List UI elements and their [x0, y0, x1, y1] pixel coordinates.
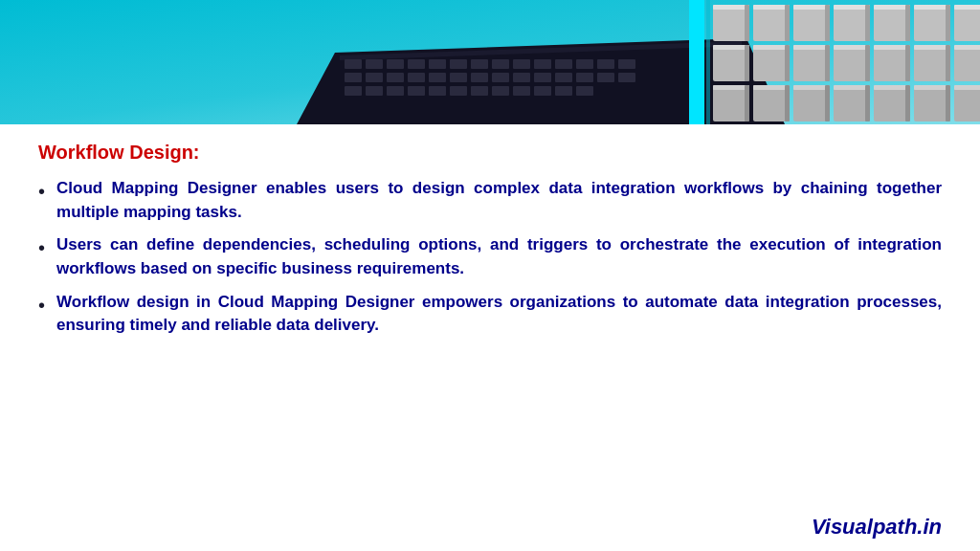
- svg-rect-36: [450, 86, 467, 96]
- svg-rect-74: [834, 45, 870, 81]
- main-content: Workflow Design: • Cloud Mapping Designe…: [0, 124, 980, 551]
- list-item: • Users can define dependencies, schedul…: [38, 233, 942, 280]
- svg-rect-7: [429, 59, 446, 69]
- list-item: • Cloud Mapping Designer enables users t…: [38, 177, 942, 224]
- svg-rect-15: [597, 59, 614, 69]
- svg-rect-91: [793, 85, 830, 121]
- svg-rect-55: [834, 5, 870, 10]
- svg-rect-85: [713, 85, 749, 121]
- svg-rect-67: [745, 45, 749, 81]
- svg-rect-46: [713, 5, 749, 10]
- svg-rect-87: [745, 85, 749, 121]
- svg-rect-57: [874, 5, 910, 41]
- svg-rect-93: [825, 85, 830, 121]
- svg-rect-66: [713, 45, 749, 50]
- svg-rect-52: [793, 5, 830, 10]
- svg-rect-95: [834, 85, 870, 90]
- list-item: • Workflow design in Cloud Mapping Desig…: [38, 291, 942, 338]
- svg-rect-34: [408, 86, 425, 96]
- svg-rect-9: [471, 59, 488, 69]
- svg-rect-21: [429, 73, 446, 82]
- svg-rect-32: [366, 86, 383, 96]
- svg-rect-19: [387, 73, 404, 82]
- svg-rect-73: [825, 45, 830, 81]
- svg-rect-44: [706, 0, 710, 124]
- svg-rect-51: [793, 5, 830, 41]
- svg-rect-97: [874, 85, 910, 121]
- svg-rect-35: [429, 86, 446, 96]
- svg-rect-83: [954, 45, 980, 81]
- svg-rect-62: [946, 5, 950, 41]
- svg-rect-12: [534, 59, 551, 69]
- svg-rect-59: [905, 5, 910, 41]
- svg-rect-30: [618, 73, 635, 82]
- svg-rect-72: [793, 45, 830, 50]
- svg-rect-24: [492, 73, 509, 82]
- svg-rect-13: [555, 59, 572, 69]
- svg-rect-82: [946, 45, 950, 81]
- svg-rect-102: [946, 85, 950, 121]
- svg-rect-26: [534, 73, 551, 82]
- svg-rect-42: [576, 86, 593, 96]
- svg-rect-54: [834, 5, 870, 41]
- svg-rect-6: [408, 59, 425, 69]
- brand-label: Visualpath.in: [812, 515, 942, 540]
- svg-rect-10: [492, 59, 509, 69]
- svg-rect-104: [954, 85, 980, 90]
- svg-rect-50: [785, 5, 790, 41]
- svg-rect-16: [618, 59, 635, 69]
- svg-rect-80: [914, 45, 950, 81]
- svg-rect-89: [753, 85, 790, 90]
- svg-rect-48: [753, 5, 790, 41]
- svg-rect-33: [387, 86, 404, 96]
- bullet-list: • Cloud Mapping Designer enables users t…: [38, 177, 942, 338]
- svg-rect-18: [366, 73, 383, 82]
- svg-rect-98: [874, 85, 910, 90]
- header-banner: [0, 0, 980, 124]
- svg-rect-29: [597, 73, 614, 82]
- svg-rect-39: [513, 86, 530, 96]
- bullet-dot-3: •: [38, 292, 45, 319]
- svg-rect-17: [345, 73, 362, 82]
- svg-rect-63: [954, 5, 980, 41]
- svg-rect-47: [745, 5, 749, 41]
- svg-rect-60: [914, 5, 950, 41]
- svg-rect-90: [785, 85, 790, 121]
- svg-rect-79: [905, 45, 910, 81]
- svg-rect-14: [576, 59, 593, 69]
- bullet-dot-1: •: [38, 178, 45, 205]
- svg-rect-22: [450, 73, 467, 82]
- svg-rect-103: [954, 85, 980, 121]
- bullet-text-2: Users can define dependencies, schedulin…: [56, 233, 942, 280]
- svg-rect-92: [793, 85, 830, 90]
- bullet-text-1: Cloud Mapping Designer enables users to …: [56, 177, 942, 224]
- svg-rect-5: [387, 59, 404, 69]
- bullet-text-3: Workflow design in Cloud Mapping Designe…: [56, 291, 942, 338]
- svg-rect-43: [689, 0, 704, 124]
- svg-rect-99: [905, 85, 910, 121]
- svg-rect-78: [874, 45, 910, 50]
- svg-rect-49: [753, 5, 790, 10]
- svg-rect-4: [366, 59, 383, 69]
- section-title: Workflow Design:: [38, 142, 942, 164]
- svg-rect-45: [713, 5, 749, 41]
- svg-rect-31: [345, 86, 362, 96]
- svg-rect-28: [576, 73, 593, 82]
- svg-rect-58: [874, 5, 910, 10]
- svg-rect-40: [534, 86, 551, 96]
- svg-rect-84: [954, 45, 980, 50]
- svg-rect-70: [785, 45, 790, 81]
- svg-rect-64: [954, 5, 980, 10]
- svg-rect-71: [793, 45, 830, 81]
- svg-rect-68: [753, 45, 790, 81]
- svg-rect-76: [865, 45, 870, 81]
- svg-rect-94: [834, 85, 870, 121]
- svg-rect-96: [865, 85, 870, 121]
- svg-rect-101: [914, 85, 950, 90]
- svg-rect-27: [555, 73, 572, 82]
- svg-rect-38: [492, 86, 509, 96]
- svg-rect-53: [825, 5, 830, 41]
- svg-rect-8: [450, 59, 467, 69]
- svg-rect-86: [713, 85, 749, 90]
- svg-rect-20: [408, 73, 425, 82]
